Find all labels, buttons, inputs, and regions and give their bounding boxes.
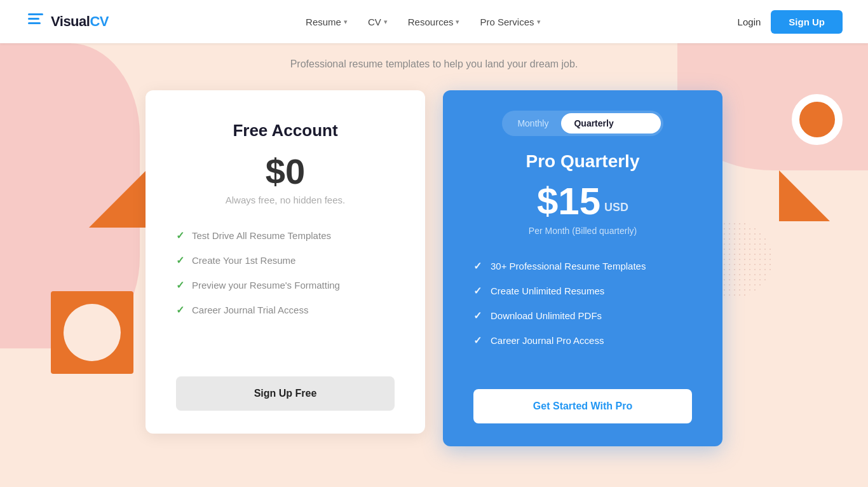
nav-right: Login Sign Up xyxy=(738,10,843,34)
pricing-cards: Free Account $0 Always free, no hidden f… xyxy=(146,90,722,472)
login-button[interactable]: Login xyxy=(738,17,761,27)
get-started-pro-button[interactable]: Get Started With Pro xyxy=(473,389,692,423)
check-icon: ✓ xyxy=(473,334,482,346)
chevron-down-icon: ▾ xyxy=(344,18,348,26)
quarterly-toggle-button[interactable]: Quarterly -37% xyxy=(561,113,660,134)
svg-rect-2 xyxy=(28,22,41,24)
pro-feature-0: ✓ 30+ Professional Resume Templates xyxy=(473,254,692,278)
check-icon: ✓ xyxy=(473,285,482,297)
monthly-toggle-button[interactable]: Monthly xyxy=(505,113,561,134)
free-card-price: $0 xyxy=(266,151,305,192)
chevron-down-icon: ▾ xyxy=(456,18,459,26)
pro-features-list: ✓ 30+ Professional Resume Templates ✓ Cr… xyxy=(473,254,692,353)
signup-free-button[interactable]: Sign Up Free xyxy=(176,376,395,411)
nav-resources[interactable]: Resources ▾ xyxy=(408,17,460,27)
bg-shape-right-triangle xyxy=(779,170,830,221)
pro-price-row: $15 USD xyxy=(537,179,628,223)
svg-rect-1 xyxy=(28,18,39,20)
free-feature-0: ✓ Test Drive All Resume Templates xyxy=(176,223,395,248)
pro-billing-note: Per Month (Billed quarterly) xyxy=(529,226,637,236)
navbar: VisualCV Resume ▾ CV ▾ Resources ▾ Pro S… xyxy=(0,0,868,43)
chevron-down-icon: ▾ xyxy=(537,18,541,26)
check-icon: ✓ xyxy=(176,230,184,242)
pro-price: $15 xyxy=(537,179,600,223)
nav-center: Resume ▾ CV ▾ Resources ▾ Pro Services ▾ xyxy=(306,17,540,27)
pro-card-title: Pro Quarterly xyxy=(526,151,640,172)
free-features-list: ✓ Test Drive All Resume Templates ✓ Crea… xyxy=(176,223,395,322)
pro-currency: USD xyxy=(604,201,628,214)
svg-rect-0 xyxy=(28,13,43,15)
bg-shape-left-circle xyxy=(64,304,121,361)
logo-text: VisualCV xyxy=(51,13,109,30)
logo[interactable]: VisualCV xyxy=(25,10,109,34)
free-feature-1: ✓ Create Your 1st Resume xyxy=(176,248,395,273)
pro-feature-2: ✓ Download Unlimited PDFs xyxy=(473,303,692,328)
hero-subtitle: Professional resume templates to help yo… xyxy=(290,58,578,70)
check-icon: ✓ xyxy=(176,279,184,291)
hero-section: Professional resume templates to help yo… xyxy=(0,43,868,487)
nav-pro-services[interactable]: Pro Services ▾ xyxy=(480,17,540,27)
discount-badge: -37% xyxy=(620,118,648,130)
free-card-title: Free Account xyxy=(233,121,337,141)
nav-resume[interactable]: Resume ▾ xyxy=(306,17,348,27)
free-feature-2: ✓ Preview your Resume's Formatting xyxy=(176,273,395,298)
logo-icon xyxy=(25,10,46,34)
pro-feature-3: ✓ Career Journal Pro Access xyxy=(473,328,692,353)
bg-shape-right-circle xyxy=(792,94,843,145)
pro-feature-1: ✓ Create Unlimited Resumes xyxy=(473,278,692,303)
nav-cv[interactable]: CV ▾ xyxy=(368,17,388,27)
free-feature-3: ✓ Career Journal Trial Access xyxy=(176,298,395,322)
free-card: Free Account $0 Always free, no hidden f… xyxy=(146,90,425,434)
signup-button[interactable]: Sign Up xyxy=(771,10,843,34)
check-icon: ✓ xyxy=(176,254,184,266)
check-icon: ✓ xyxy=(176,304,184,316)
chevron-down-icon: ▾ xyxy=(384,18,388,26)
bg-shape-left-triangle xyxy=(89,170,146,228)
pro-card: Monthly Quarterly -37% Pro Quarterly $15… xyxy=(443,90,722,446)
check-icon: ✓ xyxy=(473,310,482,322)
free-card-subtitle: Always free, no hidden fees. xyxy=(226,195,345,205)
billing-toggle: Monthly Quarterly -37% xyxy=(502,111,663,136)
check-icon: ✓ xyxy=(473,260,482,272)
